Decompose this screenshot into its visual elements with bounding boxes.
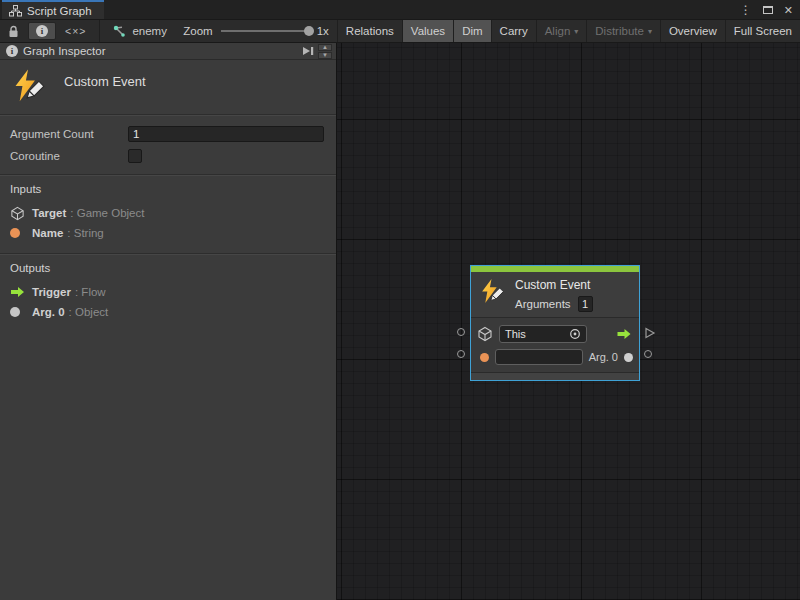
port-name: Trigger <box>32 286 71 298</box>
tab-script-graph[interactable]: Script Graph <box>2 0 104 19</box>
distribute-label: Distribute <box>595 25 644 37</box>
zoom-label: Zoom <box>183 25 212 37</box>
input-port-target: Target : Game Object <box>10 203 326 223</box>
code-preview-button[interactable]: <×> <box>58 22 93 40</box>
graph-icon <box>9 5 22 17</box>
inputs-section: Inputs Target : Game Object Name : Strin… <box>0 176 336 253</box>
inspector-toggle-button[interactable]: i <box>28 22 56 40</box>
zoom-slider-handle[interactable] <box>304 26 314 36</box>
inspector-header-controls: ▲ ▼ <box>300 44 332 59</box>
dock-panel-icon[interactable] <box>300 45 315 57</box>
tab-bar: Script Graph ⋮ ✕ <box>0 0 800 20</box>
full-screen-label: Full Screen <box>734 25 792 37</box>
output-port-arg0: Arg. 0 : Object <box>10 302 326 322</box>
port-type: : Game Object <box>70 207 144 219</box>
external-input-port-flow[interactable] <box>457 328 465 336</box>
name-port-row: Arg. 0 <box>477 347 633 367</box>
scroll-up-icon[interactable]: ▲ <box>318 44 332 51</box>
toolbar-separator <box>99 20 100 42</box>
outputs-title: Outputs <box>10 262 326 274</box>
unit-settings-form: Argument Count Coroutine <box>0 116 336 174</box>
external-output-port-trigger[interactable] <box>644 327 656 339</box>
arg0-label: Arg. 0 <box>589 351 618 363</box>
zoom-control: Zoom 1x <box>183 20 337 42</box>
maximize-icon[interactable] <box>763 6 773 14</box>
inspector-title: Graph Inspector <box>23 45 105 57</box>
inputs-title: Inputs <box>10 183 326 195</box>
event-name-field[interactable] <box>495 349 583 365</box>
string-dot-icon <box>10 228 20 238</box>
overview-label: Overview <box>669 25 717 37</box>
tab-label: Script Graph <box>27 5 92 17</box>
node-header[interactable]: Custom Event Arguments 1 <box>471 272 639 317</box>
port-type: : Flow <box>75 286 106 298</box>
script-graph-window: Script Graph ⋮ ✕ i <×> <box>0 0 800 600</box>
scroll-down-icon[interactable]: ▼ <box>318 52 332 59</box>
code-icon: <×> <box>65 25 86 37</box>
cube-icon <box>10 206 25 221</box>
port-type: : Object <box>69 306 109 318</box>
info-icon: i <box>6 45 18 57</box>
self-target-icon <box>569 328 581 340</box>
close-icon[interactable]: ✕ <box>784 5 793 16</box>
relations-button[interactable]: Relations <box>337 20 402 42</box>
values-label: Values <box>411 25 445 37</box>
full-screen-button[interactable]: Full Screen <box>725 20 800 42</box>
flow-arrow-icon <box>10 286 26 298</box>
graph-toolbar: i <×> enemy Zoom 1x Relations Values <box>0 20 800 43</box>
target-value: This <box>505 328 526 340</box>
dim-button[interactable]: Dim <box>453 20 490 42</box>
panel-scroll-buttons: ▲ ▼ <box>318 44 332 59</box>
port-name: Arg. 0 <box>32 306 65 318</box>
graph-breadcrumb[interactable]: enemy <box>105 20 175 42</box>
lock-icon <box>8 25 19 38</box>
values-button[interactable]: Values <box>402 20 453 42</box>
window-controls: ⋮ ✕ <box>740 0 793 20</box>
arguments-label: Arguments <box>515 298 571 310</box>
port-name: Name <box>32 227 63 239</box>
string-dot-icon[interactable] <box>480 353 489 362</box>
distribute-button[interactable]: Distribute ▾ <box>586 20 660 42</box>
coroutine-checkbox[interactable] <box>128 149 142 163</box>
port-type: : String <box>67 227 103 239</box>
lock-button[interactable] <box>1 22 26 40</box>
target-field[interactable]: This <box>499 325 587 343</box>
coroutine-label: Coroutine <box>10 150 128 162</box>
custom-event-icon <box>478 278 505 305</box>
zoom-slider[interactable] <box>221 30 309 32</box>
relations-label: Relations <box>346 25 394 37</box>
unit-header: Custom Event <box>0 60 336 114</box>
external-input-port-name[interactable] <box>457 350 465 358</box>
object-dot-icon <box>10 307 20 317</box>
chevron-down-icon: ▾ <box>574 27 578 36</box>
custom-event-icon <box>10 68 46 104</box>
flow-arrow-icon[interactable] <box>616 328 633 340</box>
align-button[interactable]: Align ▾ <box>536 20 587 42</box>
argument-count-input[interactable] <box>128 126 324 142</box>
target-port-row: This <box>477 324 633 344</box>
object-dot-icon[interactable] <box>624 353 633 362</box>
zoom-value: 1x <box>317 25 329 37</box>
port-name: Target <box>32 207 66 219</box>
main-area: i Graph Inspector ▲ ▼ <box>0 43 800 600</box>
external-output-port-arg0[interactable] <box>644 350 652 358</box>
window-menu-icon[interactable]: ⋮ <box>740 4 752 16</box>
info-icon: i <box>36 25 48 37</box>
custom-event-node[interactable]: Custom Event Arguments 1 <box>470 265 640 381</box>
inspector-header: i Graph Inspector ▲ ▼ <box>0 43 336 60</box>
carry-label: Carry <box>500 25 528 37</box>
unit-title: Custom Event <box>64 74 146 89</box>
graph-pointer-icon <box>113 25 127 38</box>
overview-button[interactable]: Overview <box>660 20 725 42</box>
carry-button[interactable]: Carry <box>491 20 536 42</box>
graph-inspector-panel: i Graph Inspector ▲ ▼ <box>0 43 336 600</box>
arguments-count-field[interactable]: 1 <box>578 296 593 312</box>
node-body: This <box>471 317 639 372</box>
cube-icon <box>477 326 493 342</box>
chevron-down-icon: ▾ <box>648 27 652 36</box>
argument-count-row: Argument Count <box>10 124 324 144</box>
input-port-name: Name : String <box>10 223 326 243</box>
align-label: Align <box>545 25 571 37</box>
outputs-section: Outputs Trigger : Flow Arg. 0 : Object <box>0 255 336 332</box>
graph-canvas[interactable]: Custom Event Arguments 1 <box>336 43 800 600</box>
